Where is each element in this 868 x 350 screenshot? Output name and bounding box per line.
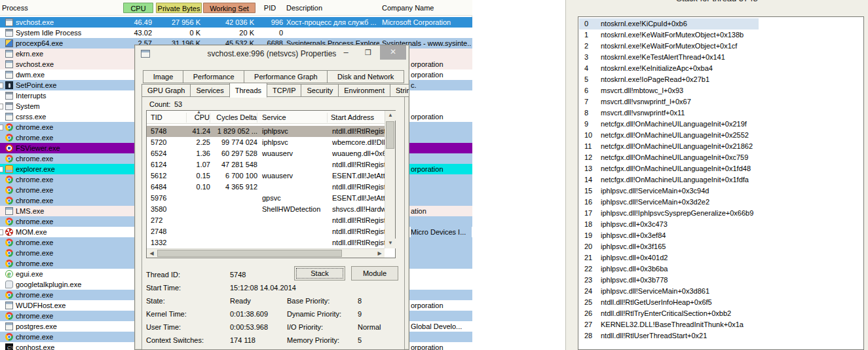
tab-image[interactable]: Image [143, 70, 183, 83]
tab-disk-and-network[interactable]: Disk and Network [327, 70, 404, 83]
company-fragment: orporation [411, 300, 472, 311]
frame-index: 18 [584, 219, 600, 230]
stack-frame-row[interactable]: 10netcfgx.dll!OnMachineUILanguageInit+0x… [579, 130, 854, 141]
stack-frame-row[interactable]: 12netcfgx.dll!OnMachineUILanguageInit+0x… [579, 152, 854, 163]
tab-performance[interactable]: Performance [183, 70, 244, 83]
vscroll-thumb[interactable] [386, 121, 394, 149]
scroll-right-icon[interactable]: ▶ [375, 249, 385, 258]
thread-list-vscrollbar[interactable]: ▲ ▼ [385, 111, 395, 248]
process-row[interactable]: svchost.exe46.4927 956 K42 036 K996Хост-… [0, 17, 472, 28]
tab-threads[interactable]: Threads [229, 83, 267, 98]
thread-row[interactable]: 1332ntdll.dll!RtlRegister [147, 237, 385, 248]
thread-tid: 5976 [151, 193, 166, 204]
stack-frame-row[interactable]: 11netcfgx.dll!OnMachineUILanguageInit+0x… [579, 141, 854, 152]
column-header-cpu[interactable]: CPU [123, 3, 153, 13]
thread-row[interactable]: 574841.241 829 052 ...iphlpsvcntdll.dll!… [147, 126, 385, 137]
stack-frame-row[interactable]: 17iphlpsvc.dll!IphlpsvcSysprepGeneralize… [579, 208, 854, 219]
thread-row[interactable]: 5976gpsvcESENT.dll!JetAtta [147, 193, 385, 204]
process-row[interactable]: System Idle Process43.020 K20 K0 [0, 28, 472, 38]
frame-symbol: ntoskrnl.exe!KiCpuId+0xb6 [601, 18, 687, 29]
stack-frame-row[interactable]: 7msvcrt.dll!vsnwprintf_l+0x67 [579, 96, 854, 107]
process-name: procexp64.exe [16, 38, 63, 49]
scroll-up-icon[interactable]: ▲ [385, 111, 396, 121]
stack-button[interactable]: Stack [294, 266, 345, 281]
tree-expander-icon[interactable] [0, 104, 3, 109]
stack-frame-row[interactable]: 13netcfgx.dll!OnMachineUILanguageInit+0x… [579, 163, 854, 174]
thread-column-tid[interactable]: TID [151, 113, 187, 123]
stack-frame-row[interactable]: 1ntoskrnl.exe!KeWaitForMutexObject+0x138… [579, 29, 854, 41]
close-button[interactable]: ✕ [380, 45, 406, 60]
tab-services[interactable]: Services [190, 84, 229, 97]
setpoint-process-icon [5, 81, 13, 89]
thread-column-start-address[interactable]: Start Address [331, 113, 385, 123]
thread-column-cycles-delta[interactable]: Cycles Delta [212, 113, 257, 123]
stack-frame-row[interactable]: 21iphlpsvc.dll+0x401d2 [579, 252, 854, 263]
tab-environment[interactable]: Environment [338, 84, 390, 97]
stack-frame-row[interactable]: 4ntoskrnl.exe!KeInitializeApc+0xba4 [579, 63, 854, 74]
thread-row[interactable]: 57202.2599 774 024iphlpsvcwbemcore.dll!D… [147, 137, 385, 148]
stack-frame-row[interactable]: 8msvcrt.dll!vsnwprintf+0x11 [579, 107, 854, 119]
tree-expander-icon[interactable] [0, 166, 3, 172]
stack-frame-row[interactable]: 16iphlpsvc.dll!ServiceMain+0x3d2e2 [579, 197, 854, 208]
scroll-left-icon[interactable]: ◀ [147, 249, 157, 258]
thread-cycles: 4 365 912 [202, 182, 257, 193]
stack-frame-row[interactable]: 28ntdll.dll!RtlUserThreadStart+0x21 [579, 330, 854, 341]
frame-symbol: msvcrt.dll!vsnwprintf_l+0x67 [601, 96, 691, 107]
thread-row[interactable]: 3580ShellHWDetectionshsvcs.dll!Hardwa [147, 204, 385, 215]
minimize-button[interactable]: – [337, 47, 355, 60]
stack-frame-row[interactable]: 0ntoskrnl.exe!KiCpuId+0xb6 [579, 18, 759, 29]
thread-row[interactable]: 56120.156 700 100wuauservESENT.dll!JetAt… [147, 170, 385, 182]
dialog-titlebar[interactable]: svchost.exe:996 (netsvcs) Properties – ❒… [135, 45, 409, 63]
tab-security[interactable]: Security [301, 84, 339, 97]
stack-frame-row[interactable]: 3ntoskrnl.exe!KeTestAlertThread+0x141 [579, 52, 854, 63]
stack-frame-row[interactable]: 24iphlpsvc.dll!ServiceMain+0x3d861 [579, 286, 854, 297]
tree-expander-icon[interactable] [0, 229, 3, 235]
hscroll-thumb[interactable] [157, 250, 342, 257]
icon-detail [7, 199, 11, 203]
properties-dialog: svchost.exe:996 (netsvcs) Properties – ❒… [134, 45, 409, 350]
module-button[interactable]: Module [351, 266, 398, 281]
stack-frame-row[interactable]: 2ntoskrnl.exe!KeWaitForMutexObject+0x1cf [579, 41, 854, 52]
stack-frame-row[interactable]: 26ntdll.dll!RtlTryEnterCriticalSection+0… [579, 308, 854, 319]
icon-detail [7, 178, 11, 182]
thread-row[interactable]: 61241.0747 281 548ntdll.dll!RtlRegister [147, 159, 385, 170]
stack-frame-row[interactable]: 5ntoskrnl.exe!IoPageRead+0x27b1 [579, 74, 854, 85]
stack-frame-row[interactable]: 14netcfgx.dll!OnMachineUILanguageInit+0x… [579, 174, 854, 185]
column-header-description[interactable]: Description [286, 3, 322, 13]
tree-expander-icon[interactable] [0, 83, 3, 88]
maximize-button[interactable]: ❒ [359, 47, 377, 60]
tab-row-2: GPU GraphServicesThreadsTCP/IPSecurityEn… [142, 84, 405, 98]
stack-frame-row[interactable]: 19iphlpsvc.dll+0x3ef84 [579, 230, 854, 241]
thread-list-header: TID CPU Cycles Delta Service Start Addre… [147, 111, 385, 124]
thread-list-hscrollbar[interactable]: ◀ ▶ [147, 248, 385, 258]
thread-row[interactable]: 64840.104 365 912ntdll.dll!RtlRegister [147, 182, 385, 193]
thread-column-cpu[interactable]: CPU [187, 113, 210, 123]
column-header-company[interactable]: Company Name [382, 3, 434, 13]
stack-frame-row[interactable]: 6msvcrt.dll!mbtowc_l+0x93 [579, 85, 854, 96]
thread-row[interactable]: 272ntdll.dll!RtlRegister [147, 215, 385, 226]
stack-frame-row[interactable]: 15iphlpsvc.dll!ServiceMain+0x3c94d [579, 185, 854, 197]
cpu-value: 43.02 [118, 28, 152, 38]
column-header-private-bytes[interactable]: Private Bytes [156, 3, 202, 13]
thread-column-service[interactable]: Service [262, 113, 328, 123]
thread-row[interactable]: 2748ntdll.dll!RtlRegister [147, 226, 385, 237]
tab-strings[interactable]: Strings [390, 84, 409, 97]
stack-frame-row[interactable]: 25ntdll.dll!RtlGetUserInfoHeap+0x6f5 [579, 297, 854, 308]
tab-gpu-graph[interactable]: GPU Graph [142, 84, 191, 97]
scroll-down-icon[interactable]: ▼ [385, 239, 396, 248]
column-header-pid[interactable]: PID [258, 3, 282, 13]
tree-expander-icon[interactable] [0, 125, 3, 130]
stack-frame-row[interactable]: 20iphlpsvc.dll+0x3f165 [579, 241, 854, 252]
stack-frame-row[interactable]: 27KERNEL32.DLL!BaseThreadInitThunk+0x1a [579, 319, 854, 330]
stack-frame-row[interactable]: 23iphlpsvc.dll+0x3b778 [579, 275, 854, 286]
tab-performance-graph[interactable]: Performance Graph [244, 70, 328, 83]
stack-frame-row[interactable]: 18iphlpsvc.dll+0x3c473 [579, 219, 854, 230]
stack-frame-row[interactable]: 22iphlpsvc.dll+0x3b6ba [579, 263, 854, 275]
chrome-process-icon [5, 123, 13, 131]
column-header-process[interactable]: Process [2, 3, 28, 13]
thread-row[interactable]: 65241.3660 297 528wuauservwuaueng.dll+0x… [147, 148, 385, 159]
column-header-working-set[interactable]: Working Set [203, 3, 255, 13]
stack-frame-row[interactable]: 9netcfgx.dll!OnMachineUILanguageInit+0x2… [579, 119, 854, 130]
tab-tcp-ip[interactable]: TCP/IP [267, 84, 301, 97]
process-name: svchost.exe [16, 17, 54, 28]
